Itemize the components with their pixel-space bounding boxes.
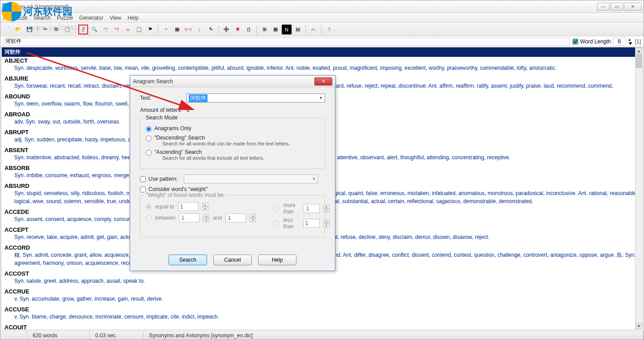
tool-copy-icon[interactable]: ⧉: [51, 25, 61, 34]
pattern-combo[interactable]: ▼: [184, 174, 318, 183]
text-label: Text:: [140, 95, 184, 101]
entry: ACQUITSyn. pardon, forgive, free, clear,…: [2, 323, 642, 330]
tool-search-icon[interactable]: 🔍: [89, 25, 99, 34]
wordlen-value[interactable]: [613, 38, 626, 46]
spin-equal: 1: [178, 202, 199, 211]
help-button[interactable]: Help: [258, 255, 297, 265]
dialog-title: Anagram Search: [133, 78, 314, 85]
status-words: 620 words: [27, 331, 90, 340]
spin-between1: 1: [179, 213, 199, 222]
tool-new-icon[interactable]: 📄: [2, 25, 12, 34]
tool-flag-icon[interactable]: ⚑: [145, 25, 155, 34]
spinner-icon[interactable]: ▲▼: [628, 38, 633, 45]
titlebar: Cross +A (Unregistered) — ▭ ✕: [0, 0, 644, 13]
tool-anagram-highlighted[interactable]: ℤ: [78, 25, 88, 34]
maximize-button[interactable]: ▭: [610, 3, 623, 11]
wordlen-checkbox[interactable]: [572, 38, 578, 46]
menubar: File Edit Search Puzzle Generator View H…: [0, 13, 644, 23]
menu-edit[interactable]: Edit: [18, 15, 27, 21]
menu-view[interactable]: View: [110, 15, 121, 21]
tool-bars-icon[interactable]: ≡: [123, 25, 133, 34]
radio-ascending-label: "Ascending" Search: [154, 149, 202, 155]
tool-abc-icon[interactable]: A↕: [309, 25, 318, 34]
amount-label: Amount of letters:: [140, 107, 184, 113]
entry-word: ACCUSE: [4, 306, 640, 313]
tool-save-icon[interactable]: 💾: [25, 25, 34, 34]
spinner-icon: ▲▼: [203, 214, 209, 222]
dialog-titlebar: Anagram Search ✕: [130, 76, 335, 87]
radio-ascending-sub: Search for all words that include all te…: [162, 155, 264, 161]
wordlen-group: Word Length ▲▼ [1]: [572, 38, 641, 46]
scrollbar[interactable]: ▲ ▼: [635, 47, 643, 330]
window-title: Cross +A (Unregistered): [11, 4, 597, 10]
entry-def: Syn. despicable, worthless, servile, bas…: [4, 64, 640, 72]
tool-xy-icon[interactable]: X+Y: [183, 25, 193, 34]
consider-weight-label: Consider word's "weight": [148, 186, 208, 192]
radio-anagrams[interactable]: [146, 126, 152, 132]
between-label: between: [155, 215, 175, 221]
tool-clipboard-icon[interactable]: 📋: [134, 25, 144, 34]
cancel-button[interactable]: Cancel: [213, 255, 252, 265]
radio-descending-label: "Descending" Search: [154, 135, 205, 141]
text-value: 河软件: [189, 94, 208, 102]
menu-file[interactable]: File: [3, 15, 12, 21]
entry: ABJECTSyn. despicable, worthless, servil…: [2, 57, 642, 75]
use-pattern-label: Use pattern:: [148, 176, 178, 182]
scroll-thumb[interactable]: [636, 55, 642, 68]
spin-between2: 1: [225, 213, 246, 222]
tool-edit-icon[interactable]: ✎: [206, 25, 216, 34]
radio-descending[interactable]: [146, 136, 152, 141]
search-input[interactable]: [3, 38, 570, 46]
amount-value: 6: [186, 107, 190, 113]
anagram-dialog: Anagram Search ✕ Text: 河软件 ▼ Amount of l…: [130, 75, 335, 271]
radio-ascending[interactable]: [146, 150, 152, 156]
spinner-icon: ▲▼: [323, 219, 330, 227]
radio-more: [274, 206, 280, 212]
tool-delete-icon[interactable]: ✖: [233, 25, 242, 34]
spin-less: 1: [303, 219, 320, 228]
entry-word: ACQUIT: [4, 324, 640, 330]
tool-note-icon[interactable]: 🗒: [244, 25, 254, 34]
status-dict: Synonyms and Antonyms [synonym_en.dic]: [144, 331, 644, 340]
tool-asterisk-icon[interactable]: *?: [101, 25, 110, 34]
entry: ACCRUEv. Syn. accumulate, grow, gather, …: [2, 288, 642, 306]
spin-more: 1: [304, 204, 319, 213]
wordlen-bracket: [1]: [635, 38, 641, 45]
search-mode-group: Search Mode Anagrams Only "Descending" S…: [140, 118, 325, 169]
tool-add-icon[interactable]: ➕: [221, 25, 231, 34]
tool-sort-icon[interactable]: ↕: [195, 25, 204, 34]
use-pattern-checkbox[interactable]: [140, 176, 146, 182]
entry-word: ACCOST: [4, 270, 640, 277]
search-button[interactable]: Search: [169, 255, 207, 265]
consider-weight-checkbox[interactable]: [140, 187, 146, 192]
entry-def: v. Syn. blame, charge, denounce, incrimi…: [4, 313, 640, 321]
tool-paste-icon[interactable]: 📋: [63, 25, 72, 34]
tool-cut-icon[interactable]: ✂: [40, 25, 50, 34]
scroll-down-icon[interactable]: ▼: [636, 323, 642, 329]
tool-link-icon[interactable]: ⚭: [161, 25, 171, 34]
statusbar: 620 words 0.03 sec. Synonyms and Antonym…: [0, 331, 644, 340]
spinner-icon: ▲▼: [323, 204, 330, 212]
minimize-button[interactable]: —: [597, 3, 610, 11]
dropdown-icon: ▼: [312, 177, 316, 181]
app-icon: [2, 3, 9, 10]
tool-wildcard-icon[interactable]: *?: [112, 25, 122, 34]
menu-generator[interactable]: Generator: [79, 15, 103, 21]
spinner-icon: ▲▼: [202, 203, 208, 211]
dropdown-icon[interactable]: ▼: [319, 96, 323, 100]
tool-grid4-icon[interactable]: ▤: [293, 25, 303, 34]
tool-grid3-icon[interactable]: ▦: [271, 25, 280, 34]
close-button[interactable]: ✕: [624, 3, 642, 11]
menu-help[interactable]: Help: [127, 15, 139, 21]
scroll-up-icon[interactable]: ▲: [636, 47, 642, 54]
entry-word: ABJECT: [4, 57, 640, 64]
menu-puzzle[interactable]: Puzzle: [57, 15, 73, 21]
tool-grid-icon[interactable]: ▦: [172, 25, 182, 34]
tool-grid2-icon[interactable]: ⊞: [259, 25, 269, 34]
tool-open-icon[interactable]: 📂: [13, 25, 23, 34]
dialog-close-button[interactable]: ✕: [314, 77, 332, 85]
tool-help-icon[interactable]: ?: [324, 25, 334, 34]
text-combo[interactable]: 河软件 ▼: [186, 94, 325, 102]
menu-search[interactable]: Search: [34, 15, 51, 21]
tool-black-icon[interactable]: N: [282, 25, 292, 34]
